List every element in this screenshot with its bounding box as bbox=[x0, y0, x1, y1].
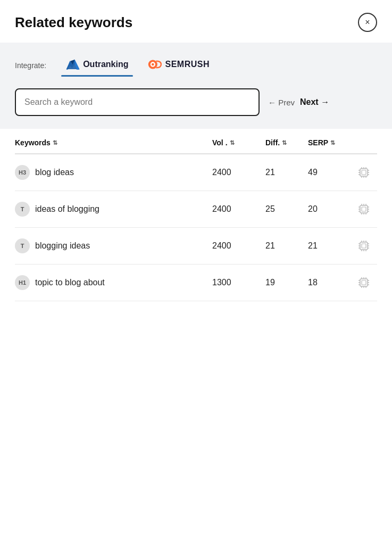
tab-outranking[interactable]: Outranking bbox=[56, 54, 138, 77]
nav-buttons: ← Prev Next → bbox=[268, 97, 329, 107]
semrush-logo: SEMRUSH bbox=[148, 59, 210, 70]
col-diff[interactable]: Diff. ⇅ bbox=[265, 138, 308, 147]
keyword-text: blog ideas bbox=[35, 168, 74, 177]
svg-rect-35 bbox=[362, 244, 366, 248]
col-action bbox=[351, 138, 377, 147]
keyword-text: blogging ideas bbox=[35, 241, 90, 251]
table-row: T blogging ideas 2400 21 21 bbox=[15, 228, 377, 265]
outranking-text: Outranking bbox=[83, 60, 128, 69]
vol-value: 2400 bbox=[212, 168, 265, 177]
sort-vol-icon: ⇅ bbox=[230, 139, 235, 146]
svg-rect-20 bbox=[360, 205, 368, 213]
svg-rect-48 bbox=[360, 279, 368, 286]
tag-badge-t2: T bbox=[15, 238, 30, 253]
semrush-text: SEMRUSH bbox=[165, 60, 210, 69]
diff-value: 25 bbox=[265, 204, 308, 214]
tag-badge-h3: H3 bbox=[15, 165, 30, 180]
svg-point-5 bbox=[152, 63, 154, 66]
prev-button[interactable]: ← Prev bbox=[268, 98, 295, 107]
next-button[interactable]: Next → bbox=[300, 97, 329, 107]
sort-diff-icon: ⇅ bbox=[282, 139, 287, 146]
svg-rect-21 bbox=[362, 207, 366, 211]
table-row: T ideas of blogging 2400 25 20 bbox=[15, 191, 377, 228]
serp-value: 18 bbox=[308, 278, 351, 287]
sort-serp-icon: ⇅ bbox=[330, 139, 335, 146]
semrush-icon bbox=[148, 59, 163, 70]
vol-value: 2400 bbox=[212, 204, 265, 214]
chip-icon[interactable] bbox=[351, 203, 377, 215]
chip-icon[interactable] bbox=[351, 240, 377, 252]
diff-value: 19 bbox=[265, 278, 308, 287]
integrate-section: Integrate: Outranking SEMRUSH bbox=[0, 43, 392, 88]
search-section: ← Prev Next → bbox=[0, 88, 392, 129]
integrate-label: Integrate: bbox=[15, 61, 46, 70]
dialog-header: Related keywords × bbox=[0, 0, 392, 43]
chip-icon[interactable] bbox=[351, 167, 377, 178]
search-input[interactable] bbox=[15, 88, 260, 116]
sort-keywords-icon: ⇅ bbox=[53, 139, 57, 146]
col-keywords[interactable]: Keywords ⇅ bbox=[15, 138, 212, 147]
keyword-cell: H1 topic to blog about bbox=[15, 275, 212, 290]
keywords-table: Keywords ⇅ Vol . ⇅ Diff. ⇅ SERP ⇅ H3 blo… bbox=[0, 129, 392, 301]
svg-rect-6 bbox=[360, 169, 368, 176]
table-header: Keywords ⇅ Vol . ⇅ Diff. ⇅ SERP ⇅ bbox=[15, 129, 377, 154]
keyword-cell: T ideas of blogging bbox=[15, 202, 212, 217]
serp-value: 49 bbox=[308, 168, 351, 177]
diff-value: 21 bbox=[265, 168, 308, 177]
tab-semrush[interactable]: SEMRUSH bbox=[138, 54, 220, 77]
outranking-logo: Outranking bbox=[65, 59, 128, 70]
svg-rect-7 bbox=[362, 170, 366, 175]
keyword-text: ideas of blogging bbox=[35, 204, 99, 214]
tag-badge-h1: H1 bbox=[15, 275, 30, 290]
outranking-icon bbox=[65, 59, 80, 70]
serp-value: 20 bbox=[308, 204, 351, 214]
svg-rect-49 bbox=[362, 280, 366, 285]
keyword-cell: T blogging ideas bbox=[15, 238, 212, 253]
dialog-title: Related keywords bbox=[15, 14, 132, 31]
col-vol[interactable]: Vol . ⇅ bbox=[212, 138, 265, 147]
col-serp[interactable]: SERP ⇅ bbox=[308, 138, 351, 147]
table-row: H1 topic to blog about 1300 19 18 bbox=[15, 265, 377, 301]
vol-value: 1300 bbox=[212, 278, 265, 287]
tag-badge-t: T bbox=[15, 202, 30, 217]
chip-icon[interactable] bbox=[351, 277, 377, 288]
keyword-cell: H3 blog ideas bbox=[15, 165, 212, 180]
serp-value: 21 bbox=[308, 241, 351, 251]
keyword-text: topic to blog about bbox=[35, 278, 105, 287]
table-row: H3 blog ideas 2400 21 49 bbox=[15, 154, 377, 191]
close-button[interactable]: × bbox=[358, 13, 377, 32]
diff-value: 21 bbox=[265, 241, 308, 251]
vol-value: 2400 bbox=[212, 241, 265, 251]
svg-rect-34 bbox=[360, 242, 368, 250]
